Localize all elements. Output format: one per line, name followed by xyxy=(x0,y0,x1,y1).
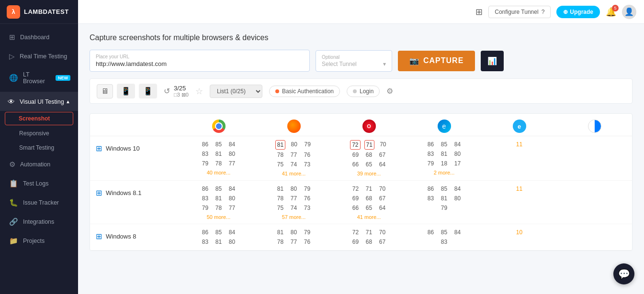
version-number[interactable]: 78 xyxy=(214,159,224,168)
version-number[interactable]: 86 xyxy=(201,185,210,193)
version-number[interactable]: 85 xyxy=(214,140,224,149)
version-number[interactable]: 69 xyxy=(351,151,361,159)
version-number[interactable]: 83 xyxy=(426,150,436,158)
version-number[interactable]: 78 xyxy=(276,194,285,203)
version-number[interactable]: 73 xyxy=(303,160,312,169)
version-number[interactable]: 83 xyxy=(440,238,449,246)
version-number[interactable]: 76 xyxy=(303,151,312,159)
configure-tunnel-button[interactable]: Configure Tunnel ? xyxy=(488,6,551,18)
list-select[interactable]: List1 (0/25) xyxy=(210,85,262,98)
version-number[interactable]: 80 xyxy=(227,194,237,203)
sidebar-item-projects[interactable]: 📁 Projects xyxy=(0,231,78,250)
version-number[interactable]: 10 xyxy=(515,228,524,237)
version-number[interactable]: 85 xyxy=(440,228,449,237)
sidebar-item-smart-testing[interactable]: Smart Testing xyxy=(0,141,78,155)
sidebar-item-visual-ui-testing[interactable]: 👁 Visual UI Testing ▲ xyxy=(0,92,78,111)
version-number[interactable]: 79 xyxy=(201,204,210,212)
chrome-more-link-win10[interactable]: 40 more... xyxy=(207,170,231,175)
grid-icon[interactable]: ⊞ xyxy=(475,7,483,17)
version-number[interactable]: 79 xyxy=(440,204,449,212)
gear-icon[interactable]: ⚙ xyxy=(386,87,393,96)
version-number[interactable]: 68 xyxy=(364,194,374,203)
sidebar-item-issue-tracker[interactable]: 🐛 Issue Tracker xyxy=(0,193,78,212)
version-number[interactable]: 71 xyxy=(364,140,374,150)
version-number[interactable]: 81 xyxy=(440,194,449,203)
version-number[interactable]: 84 xyxy=(227,140,237,149)
version-number[interactable]: 79 xyxy=(303,140,312,150)
version-number[interactable]: 77 xyxy=(289,194,299,203)
version-number[interactable]: 78 xyxy=(214,204,224,212)
version-number[interactable]: 81 xyxy=(276,185,285,193)
upgrade-button[interactable]: ⊕ Upgrade xyxy=(556,6,600,18)
version-number[interactable]: 72 xyxy=(351,228,361,237)
version-number[interactable]: 69 xyxy=(351,194,361,203)
version-number[interactable]: 84 xyxy=(453,140,463,149)
version-number[interactable]: 74 xyxy=(289,160,299,169)
version-number[interactable]: 84 xyxy=(453,185,463,193)
version-number[interactable]: 79 xyxy=(303,185,312,193)
version-number[interactable]: 85 xyxy=(214,185,224,193)
version-number[interactable]: 79 xyxy=(303,228,312,237)
tunnel-select[interactable]: Optional Select Tunnel ▾ xyxy=(316,50,392,72)
version-number[interactable]: 85 xyxy=(214,228,224,237)
version-number[interactable]: 77 xyxy=(289,238,299,246)
firefox-more-link-win81[interactable]: 57 more... xyxy=(282,214,306,220)
version-number[interactable]: 69 xyxy=(351,238,361,246)
version-number[interactable]: 77 xyxy=(227,159,237,168)
version-number[interactable]: 84 xyxy=(453,228,463,237)
version-number[interactable]: 70 xyxy=(378,185,387,193)
version-number[interactable]: 77 xyxy=(289,151,299,159)
sidebar-item-real-time-testing[interactable]: ▷ Real Time Testing xyxy=(0,47,78,66)
version-number[interactable]: 64 xyxy=(378,160,387,169)
version-number[interactable]: 67 xyxy=(378,151,387,159)
version-number[interactable]: 18 xyxy=(440,159,449,168)
version-number[interactable]: 83 xyxy=(201,194,210,203)
version-number[interactable]: 84 xyxy=(227,228,237,237)
sidebar-item-test-logs[interactable]: 📋 Test Logs xyxy=(0,174,78,193)
version-number[interactable]: 72 xyxy=(350,140,360,150)
user-avatar[interactable]: 👤 xyxy=(622,5,636,19)
chrome-more-link-win81[interactable]: 50 more... xyxy=(207,214,231,220)
version-number[interactable]: 75 xyxy=(276,160,285,169)
sidebar-item-responsive[interactable]: Responsive xyxy=(0,126,78,141)
version-number[interactable]: 17 xyxy=(453,159,463,168)
version-number[interactable]: 81 xyxy=(214,150,224,158)
version-number[interactable]: 80 xyxy=(453,150,463,158)
version-number[interactable]: 81 xyxy=(214,194,224,203)
edge-more-link-win10[interactable]: 2 more... xyxy=(434,170,454,175)
version-number[interactable]: 80 xyxy=(289,140,299,150)
version-number[interactable]: 67 xyxy=(378,238,387,246)
version-number[interactable]: 77 xyxy=(227,204,237,212)
url-input[interactable] xyxy=(96,60,304,67)
version-number[interactable]: 76 xyxy=(303,194,312,203)
version-number[interactable]: 84 xyxy=(227,185,237,193)
mobile-device-button[interactable]: 📱 xyxy=(139,84,157,98)
version-number[interactable]: 66 xyxy=(351,160,361,169)
version-number[interactable]: 64 xyxy=(378,204,387,212)
version-number[interactable]: 80 xyxy=(227,238,237,246)
version-number[interactable]: 65 xyxy=(364,160,374,169)
version-number[interactable]: 11 xyxy=(515,185,524,193)
sidebar-item-dashboard[interactable]: ⊞ Dashboard xyxy=(0,28,78,47)
version-number[interactable]: 72 xyxy=(351,185,361,193)
version-number[interactable]: 70 xyxy=(378,140,388,150)
version-number[interactable]: 71 xyxy=(364,185,374,193)
version-number[interactable]: 83 xyxy=(201,238,210,246)
opera-more-link-win81[interactable]: 41 more... xyxy=(357,214,381,220)
sidebar-item-lt-browser[interactable]: 🌐 LT Browser NEW xyxy=(0,66,78,90)
version-number[interactable]: 68 xyxy=(364,238,374,246)
notification-button[interactable]: 🔔 5 xyxy=(606,7,616,17)
version-number[interactable]: 81 xyxy=(275,140,285,150)
version-number[interactable]: 68 xyxy=(364,151,374,159)
version-number[interactable]: 83 xyxy=(426,194,436,203)
version-number[interactable]: 80 xyxy=(289,185,299,193)
version-number[interactable]: 67 xyxy=(378,194,387,203)
version-number[interactable]: 85 xyxy=(440,185,449,193)
version-number[interactable]: 70 xyxy=(378,228,387,237)
version-number[interactable]: 85 xyxy=(440,140,449,149)
version-number[interactable]: 86 xyxy=(201,140,210,149)
version-number[interactable]: 86 xyxy=(426,228,436,237)
version-number[interactable]: 81 xyxy=(214,238,224,246)
refresh-icon[interactable]: ↺ xyxy=(164,87,170,96)
version-number[interactable]: 86 xyxy=(426,140,436,149)
